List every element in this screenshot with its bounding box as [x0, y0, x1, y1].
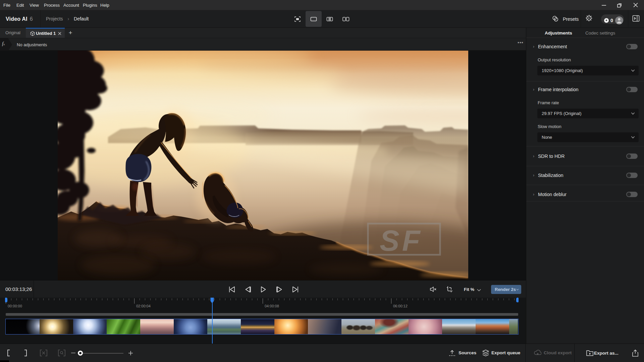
svg-text:SF: SF — [380, 224, 423, 257]
svg-text:0: 0 — [610, 18, 613, 23]
